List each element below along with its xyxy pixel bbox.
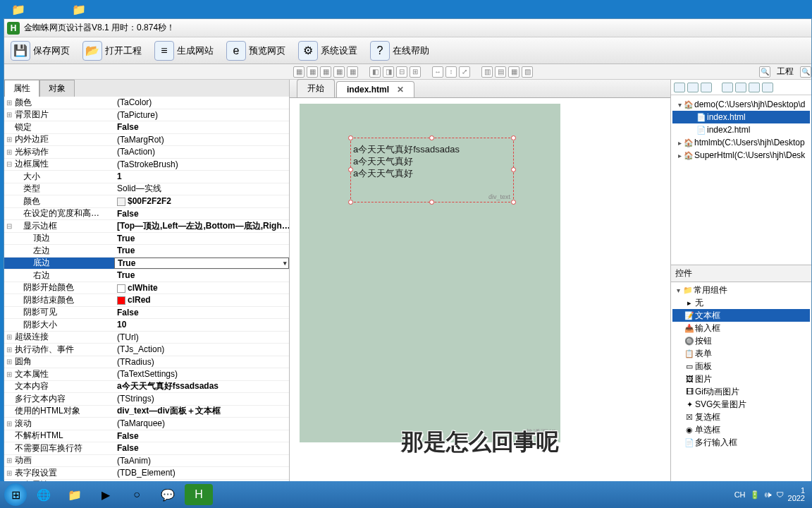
tree-toggle[interactable]: ⊞ bbox=[4, 148, 13, 156]
tree-item[interactable]: 📄index2.html bbox=[672, 123, 810, 136]
toolbar-button[interactable]: 📂打开工程 bbox=[77, 39, 147, 63]
tab-objects[interactable]: 对象 bbox=[39, 80, 75, 97]
ime-indicator[interactable]: CH bbox=[734, 490, 746, 499]
tree-toggle[interactable]: ⊞ bbox=[4, 456, 13, 464]
control-item[interactable]: ▾📁常用组件 bbox=[672, 284, 810, 296]
property-value[interactable]: $00F2F2F2 bbox=[114, 196, 289, 206]
tree-toggle[interactable]: ⊞ bbox=[4, 370, 13, 378]
property-row[interactable]: ⊞执行动作、事件(TJs_Action) bbox=[4, 344, 289, 356]
property-value[interactable]: (TaTextSettings) bbox=[114, 369, 289, 379]
property-row[interactable]: 多行文本内容(TStrings) bbox=[4, 393, 289, 406]
tool-icon[interactable]: ▥ bbox=[481, 66, 493, 78]
tray-icon[interactable]: 🛡 bbox=[776, 490, 784, 499]
property-row[interactable]: 锁定False bbox=[4, 121, 289, 134]
resize-handle[interactable] bbox=[511, 167, 516, 172]
property-grid[interactable]: ⊞颜色(TaColor)⊞背景图片(TaPicture)锁定False⊞内外边距… bbox=[4, 97, 289, 500]
task-app[interactable]: H bbox=[185, 484, 213, 505]
property-row[interactable]: ⊟边框属性(TaStrokeBrush) bbox=[4, 159, 289, 171]
tool-icon[interactable]: ▦ bbox=[320, 66, 331, 78]
property-row[interactable]: 大小1 bbox=[4, 171, 289, 183]
toolbar-button[interactable]: e预览网页 bbox=[221, 39, 291, 63]
controls-tree[interactable]: ▾📁常用组件▸无📝文本框📥输入框🔘按钮📋表单▭面板🖼图片🎞Gif动画图片✦SVG… bbox=[671, 282, 811, 500]
tool-icon[interactable]: ⊟ bbox=[396, 66, 407, 78]
resize-handle[interactable] bbox=[511, 135, 516, 140]
property-row[interactable]: 文本内容a今天天气真好fssadsadas bbox=[4, 381, 289, 394]
property-value[interactable]: Solid—实线 bbox=[114, 183, 289, 195]
property-value[interactable]: False bbox=[114, 122, 289, 132]
tree-arrow-icon[interactable]: ▾ bbox=[675, 101, 684, 109]
property-row[interactable]: 不需要回车换行符False bbox=[4, 442, 289, 455]
resize-handle[interactable] bbox=[429, 200, 434, 205]
property-value[interactable]: True bbox=[114, 234, 289, 243]
resize-handle[interactable] bbox=[348, 200, 353, 205]
tab-start[interactable]: 开始 bbox=[297, 79, 335, 97]
property-value[interactable]: (TaMargRot) bbox=[114, 135, 289, 145]
property-row[interactable]: 阴影开始颜色clWhite bbox=[4, 282, 289, 295]
control-item[interactable]: 📋表单 bbox=[672, 347, 810, 360]
property-row[interactable]: 顶边True bbox=[4, 233, 289, 246]
property-value[interactable]: (TStrings) bbox=[114, 394, 289, 404]
property-value[interactable]: a今天天气真好fssadsadas bbox=[114, 380, 289, 392]
tray-icon[interactable]: 🔋 bbox=[750, 490, 760, 500]
property-row[interactable]: ⊞颜色(TaColor) bbox=[4, 97, 289, 109]
property-value[interactable]: 1 bbox=[114, 171, 289, 181]
property-row[interactable]: ⊞超级连接(TUrl) bbox=[4, 332, 289, 344]
tab-properties[interactable]: 属性 bbox=[4, 80, 39, 97]
proj-icon[interactable] bbox=[762, 83, 773, 92]
task-media[interactable]: ▶ bbox=[92, 484, 120, 505]
tool-icon[interactable]: ◨ bbox=[383, 66, 394, 78]
task-chrome[interactable]: ○ bbox=[123, 484, 151, 505]
control-item[interactable]: ▭面板 bbox=[672, 360, 810, 373]
canvas-page[interactable]: div_text a今天天气真好fssadsadas a今天天气真好 a今天天气… bbox=[300, 104, 560, 442]
titlebar[interactable]: H 金蜘蛛网页设计器V8.1 用时：0.874秒！ bbox=[4, 19, 811, 37]
property-row[interactable]: 右边True bbox=[4, 270, 289, 282]
tool-icon[interactable]: ▤ bbox=[495, 66, 506, 78]
task-ie[interactable]: 🌐 bbox=[30, 484, 58, 505]
property-value[interactable]: True▾ bbox=[114, 258, 289, 269]
control-item[interactable]: 📄多行输入框 bbox=[672, 436, 810, 449]
proj-icon[interactable] bbox=[674, 83, 685, 92]
toolbar-button[interactable]: ?在线帮助 bbox=[364, 39, 435, 63]
property-value[interactable]: [Top—顶边,Left—左边,Bottom—底边,Righ… bbox=[114, 220, 289, 232]
control-item[interactable]: ▸无 bbox=[672, 296, 810, 309]
property-value[interactable]: (TDB_Element) bbox=[114, 468, 289, 478]
tree-toggle[interactable]: ⊞ bbox=[4, 333, 13, 341]
tool-icon[interactable]: ◧ bbox=[369, 66, 381, 78]
property-value[interactable]: (TUrl) bbox=[114, 332, 289, 342]
canvas-area[interactable]: div_text a今天天气真好fssadsadas a今天天气真好 a今天天气… bbox=[290, 98, 670, 500]
control-item[interactable]: 🖼图片 bbox=[672, 373, 810, 385]
proj-icon[interactable] bbox=[735, 83, 746, 92]
property-value[interactable]: False bbox=[114, 308, 289, 318]
property-value[interactable]: False bbox=[114, 431, 289, 441]
property-value[interactable]: True bbox=[114, 270, 289, 280]
control-item[interactable]: 📝文本框 bbox=[672, 309, 810, 322]
tool-icon[interactable]: ▦ bbox=[508, 66, 519, 78]
property-value[interactable]: clRed bbox=[114, 295, 289, 305]
property-row[interactable]: 类型Solid—实线 bbox=[4, 183, 289, 196]
control-item[interactable]: ☒复选框 bbox=[672, 411, 810, 423]
proj-icon[interactable] bbox=[749, 83, 760, 92]
search-icon[interactable]: 🔍 bbox=[800, 66, 811, 78]
tab-index-html[interactable]: index.html ✕ bbox=[336, 81, 414, 97]
property-row[interactable]: 左边True bbox=[4, 245, 289, 258]
tree-item[interactable]: ▸🏠SuperHtml(C:\Users\hjh\Desk bbox=[672, 149, 810, 162]
property-value[interactable]: div_text—div面板＋文本框 bbox=[114, 405, 289, 417]
property-row[interactable]: 不解析HTMLFalse bbox=[4, 430, 289, 443]
control-item[interactable]: ✦SVG矢量图片 bbox=[672, 398, 810, 411]
property-row[interactable]: 阴影大小10 bbox=[4, 319, 289, 332]
property-row[interactable]: 颜色$00F2F2F2 bbox=[4, 195, 289, 208]
property-value[interactable]: (TaMarquee) bbox=[114, 418, 289, 428]
tool-icon[interactable]: ▦ bbox=[293, 66, 304, 78]
tool-icon[interactable]: ▦ bbox=[333, 66, 345, 78]
toolbar-button[interactable]: 💾保存网页 bbox=[5, 39, 75, 63]
start-button[interactable]: ⊞ bbox=[4, 483, 27, 506]
tray-icon[interactable]: 🕪 bbox=[764, 490, 772, 499]
tree-toggle[interactable]: ⊞ bbox=[4, 346, 13, 353]
property-row[interactable]: ⊟显示边框[Top—顶边,Left—左边,Bottom—底边,Righ… bbox=[4, 220, 289, 233]
property-value[interactable]: False bbox=[114, 209, 289, 219]
task-explorer[interactable]: 📁 bbox=[61, 484, 89, 505]
tree-toggle[interactable]: ⊞ bbox=[4, 111, 13, 119]
tool-icon[interactable]: ⤢ bbox=[459, 66, 470, 78]
proj-icon[interactable] bbox=[701, 83, 712, 92]
property-row[interactable]: ⊞背景图片(TaPicture) bbox=[4, 109, 289, 122]
